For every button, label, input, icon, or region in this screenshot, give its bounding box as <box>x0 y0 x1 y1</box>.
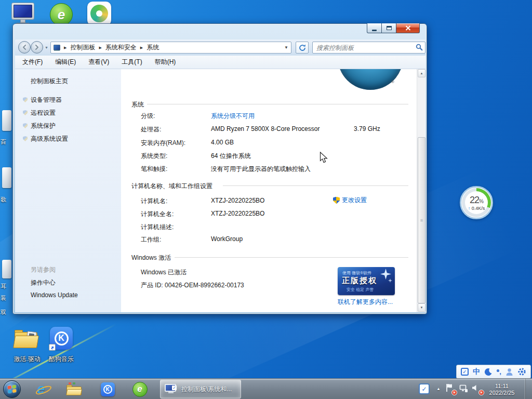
shield-icon <box>23 110 28 115</box>
sidebar-item-device-manager[interactable]: 设备管理器 <box>31 96 62 104</box>
taskbar-360-browser-icon[interactable]: e <box>131 381 149 397</box>
desktop-icon-partial[interactable] <box>2 110 11 131</box>
show-hidden-icons-button[interactable]: ▲ <box>436 387 441 399</box>
minimize-button[interactable] <box>367 23 382 33</box>
desktop-icon-partial[interactable] <box>2 167 11 188</box>
menu-tools[interactable]: 工具(T) <box>122 58 142 66</box>
computer-name-value: XTZJ-20220225BO <box>211 197 264 204</box>
taskbar-explorer-icon[interactable] <box>65 381 83 397</box>
thumb-grip-icon: ≡ <box>420 218 423 223</box>
address-dropdown-icon[interactable]: ▼ <box>284 45 288 50</box>
taskbar: e K e ✓ 控制面板\系统和... ✓ ▲ × <box>0 378 532 399</box>
clock-time: 11:11 <box>495 383 509 389</box>
desktop-icon-label-fragment: 耳 <box>1 283 6 290</box>
volume-tray-icon[interactable]: × <box>472 384 482 394</box>
scrollbar-thumb[interactable]: ≡ <box>418 137 425 303</box>
widget-core: 22% ↑ 0.4K/s <box>465 191 488 214</box>
menu-view[interactable]: 查看(V) <box>88 58 109 66</box>
badge-line2: 正版授权 <box>342 276 377 286</box>
speaker-icon <box>472 384 479 392</box>
sidebar-item-windows-update[interactable]: Windows Update <box>31 291 78 299</box>
desktop-icon-kugou[interactable]: K <box>50 327 73 350</box>
computer-fullname-value: XTZJ-20220225BO <box>211 210 264 217</box>
close-button[interactable] <box>396 23 420 33</box>
cpu-value: AMD Ryzen 7 5800X 8-Core Processor <box>211 125 320 132</box>
learn-more-online-link[interactable]: 联机了解更多内容... <box>338 298 393 307</box>
forward-button[interactable] <box>31 41 43 54</box>
user-icon[interactable] <box>506 368 513 376</box>
desktop-icon-label-fragment: 双 <box>1 309 6 316</box>
breadcrumb-control-panel[interactable]: 控制面板 <box>70 43 95 52</box>
gear-icon[interactable] <box>517 367 526 376</box>
sparkle-icon <box>380 269 391 280</box>
system-properties-window: ▼ ▶ 控制面板 ▶ 系统和安全 ▶ 系统 ▼ <box>12 23 427 314</box>
maximize-button[interactable] <box>382 23 396 33</box>
task-label: 控制面板\系统和... <box>181 385 232 394</box>
shield-icon <box>23 136 28 141</box>
sidebar-item-system-protection[interactable]: 系统保护 <box>31 122 56 130</box>
system-page-icon <box>54 45 60 50</box>
search-box[interactable] <box>312 42 425 54</box>
desktop-icon-app[interactable] <box>87 2 111 25</box>
desktop-icon-360-browser[interactable]: e <box>50 3 73 26</box>
computer-name-label: 计算机名: <box>141 197 167 206</box>
breadcrumb-system-security[interactable]: 系统和安全 <box>105 43 137 52</box>
badge-line1: 使用 微软®软件 <box>342 270 371 276</box>
section-title-computer-name: 计算机名称、域和工作组设置 <box>131 182 212 191</box>
pen-touch-value: 没有可用于此显示器的笔或触控输入 <box>211 165 311 174</box>
upload-arrow-icon: ↑ <box>468 206 471 211</box>
scroll-down-button[interactable]: ▼ <box>418 303 425 312</box>
menu-edit[interactable]: 编辑(E) <box>55 58 76 66</box>
punctuation-icon[interactable]: , <box>497 369 501 375</box>
menu-help[interactable]: 帮助(H) <box>155 58 176 66</box>
desktop-icon-partial[interactable] <box>2 260 11 278</box>
net-speed-value: 0.4K/s <box>472 206 485 211</box>
desktop-icon-activation-driver-folder[interactable] <box>14 327 39 349</box>
back-button[interactable] <box>18 41 31 54</box>
address-bar[interactable]: ▶ 控制面板 ▶ 系统和安全 ▶ 系统 ▼ <box>50 42 291 54</box>
menu-file[interactable]: 文件(F) <box>22 58 43 66</box>
active-task-control-panel[interactable]: ✓ 控制面板\系统和... <box>160 380 241 398</box>
product-id: 产品 ID: 00426-OEM-8992662-00173 <box>141 281 244 290</box>
window-body: 控制面板主页 设备管理器 远程设置 系统保护 高级系统设置 另请参阅 操作中心 … <box>15 69 425 312</box>
show-desktop-button[interactable] <box>525 379 532 399</box>
desktop-icon-label-fragment: 装 <box>1 294 6 302</box>
desktop-icon-label-fragment: 歌 <box>1 196 6 204</box>
refresh-button[interactable] <box>296 42 309 54</box>
sparkle-icon <box>388 278 392 283</box>
window-titlebar[interactable] <box>13 24 427 39</box>
taskbar-ie-icon[interactable]: e <box>32 381 50 397</box>
chinese-mode-icon[interactable]: 中 <box>473 367 480 377</box>
moon-icon[interactable] <box>484 368 493 376</box>
action-center-flag-icon[interactable]: × <box>446 383 455 394</box>
tray-ime-icon[interactable]: ✓ <box>419 383 430 399</box>
sidebar-item-remote-settings[interactable]: 远程设置 <box>31 109 56 117</box>
net-speed-floating-ball[interactable]: 22% ↑ 0.4K/s <box>460 186 493 219</box>
desktop-icon-computer[interactable] <box>11 3 34 25</box>
genuine-software-badge[interactable]: 使用 微软®软件 正版授权 安全 稳定 声誉 <box>338 267 395 295</box>
address-toolbar: ▼ ▶ 控制面板 ▶ 系统和安全 ▶ 系统 ▼ <box>15 39 425 56</box>
windows-flag-icon <box>8 385 17 393</box>
section-title-activation: Windows 激活 <box>131 254 171 262</box>
search-input[interactable] <box>312 42 425 54</box>
sidebar-item-advanced-system-settings[interactable]: 高级系统设置 <box>31 135 68 143</box>
sidebar-item-control-panel-home[interactable]: 控制面板主页 <box>31 77 68 86</box>
network-tray-icon[interactable] <box>459 384 469 394</box>
ime-logo-icon[interactable]: ✓ <box>461 368 469 376</box>
taskbar-kugou-icon[interactable]: K <box>99 381 116 397</box>
system-type-value: 64 位操作系统 <box>211 152 251 161</box>
ram-label: 安装内存(RAM): <box>141 139 185 148</box>
recent-pages-dropdown[interactable]: ▼ <box>45 46 48 49</box>
taskbar-clock[interactable]: 11:11 2022/2/25 <box>482 380 522 398</box>
folder-icon <box>66 383 82 395</box>
sidebar-item-action-center[interactable]: 操作中心 <box>31 278 56 287</box>
refresh-icon <box>299 44 306 51</box>
cpu-speed: 3.79 GHz <box>354 125 380 132</box>
section-rule <box>147 104 408 104</box>
change-settings-link[interactable]: 更改设置 <box>333 196 367 205</box>
vertical-scrollbar[interactable]: ▲ ≡ ▼ <box>417 69 425 312</box>
start-button[interactable] <box>3 380 21 398</box>
scroll-up-button[interactable]: ▲ <box>418 69 425 77</box>
rating-unavailable-link[interactable]: 系统分级不可用 <box>211 112 255 121</box>
breadcrumb-system[interactable]: 系统 <box>147 43 159 52</box>
